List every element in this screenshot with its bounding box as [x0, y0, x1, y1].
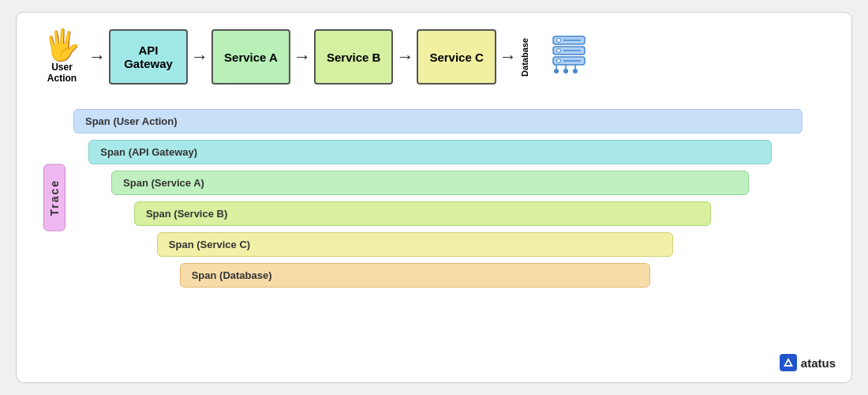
diagram-row: 🖐 UserAction → APIGateway → Service A → …: [43, 28, 832, 85]
service-c-box: Service C: [417, 29, 496, 85]
svg-point-5: [556, 59, 560, 63]
span-api-gateway: Span (API Gateway): [88, 140, 772, 164]
database-icon: [534, 28, 591, 85]
svg-point-3: [556, 39, 560, 43]
user-action-label: UserAction: [47, 62, 77, 85]
trace-label: Trace: [43, 164, 65, 231]
svg-point-4: [556, 49, 560, 53]
service-a-label: Service A: [224, 51, 278, 64]
service-a-box: Service A: [211, 29, 290, 85]
trace-section: Trace Span (User Action) Span (API Gatew…: [43, 107, 832, 288]
atatus-name: atatus: [801, 356, 836, 370]
span-service-b: Span (Service B): [134, 201, 711, 226]
trace-label-col: Trace: [43, 107, 65, 288]
svg-point-11: [573, 69, 578, 73]
arrow-3: →: [294, 47, 311, 67]
service-b-label: Service B: [327, 51, 380, 64]
arrow-5: →: [499, 47, 517, 67]
service-b-box: Service B: [314, 29, 393, 85]
arrow-1: →: [88, 47, 106, 67]
atatus-branding: atatus: [780, 354, 836, 371]
span-service-c: Span (Service C): [157, 232, 673, 257]
span-service-a: Span (Service A): [111, 171, 749, 195]
arrow-4: →: [396, 47, 413, 67]
span-user-action: Span (User Action): [73, 109, 803, 134]
span-database: Span (Database): [180, 263, 650, 288]
database-label: Database: [520, 38, 529, 77]
database-group: Database: [520, 28, 591, 85]
atatus-icon: [780, 354, 797, 371]
hand-icon: 🖐: [43, 30, 80, 60]
api-gateway-box: APIGateway: [109, 29, 188, 85]
main-card: 🖐 UserAction → APIGateway → Service A → …: [16, 12, 852, 383]
svg-point-9: [554, 69, 559, 73]
api-gateway-label: APIGateway: [124, 43, 173, 70]
svg-point-10: [563, 69, 568, 73]
user-action-group: 🖐 UserAction: [43, 30, 80, 85]
spans-column: Span (User Action) Span (API Gateway) Sp…: [73, 107, 832, 288]
arrow-2: →: [191, 47, 208, 67]
service-c-label: Service C: [429, 51, 483, 64]
